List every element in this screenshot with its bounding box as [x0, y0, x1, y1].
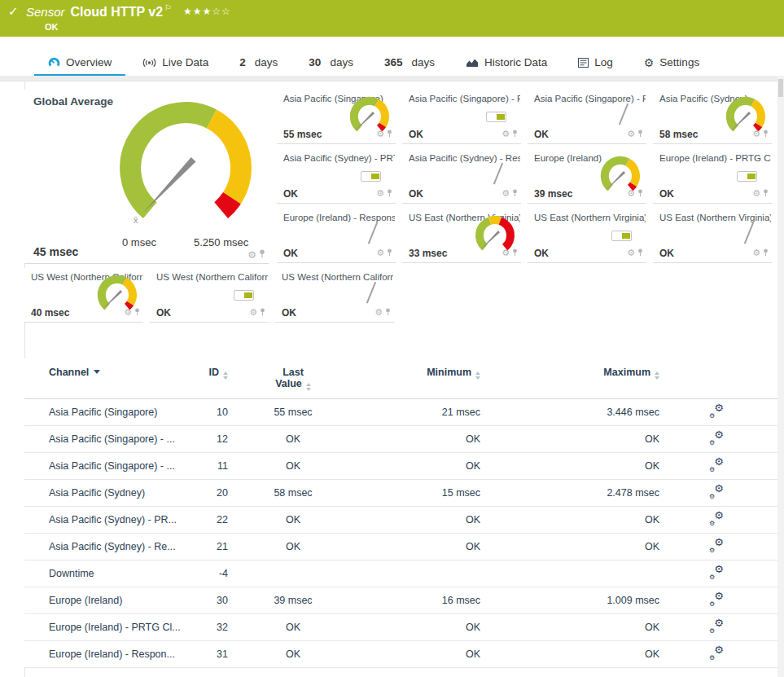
panel-pin-icon[interactable] [512, 245, 518, 260]
tab-number: 30 [309, 56, 321, 68]
panel-gear-icon[interactable]: ⚙ [752, 248, 760, 257]
channel-settings-icon[interactable]: ⚙⚙ [709, 458, 724, 472]
panel-gear-icon[interactable]: ⚙ [752, 189, 760, 198]
channel-minimum: OK [358, 541, 480, 552]
scrollbar-thumb[interactable] [778, 79, 783, 97]
channel-settings-icon[interactable]: ⚙⚙ [709, 619, 724, 633]
panel-pin-icon[interactable] [637, 245, 643, 260]
channel-name[interactable]: Asia Pacific (Sydney) - PR... [49, 514, 195, 525]
channel-settings-icon[interactable]: ⚙⚙ [709, 539, 724, 552]
panel-actions: ⚙ [752, 245, 769, 260]
sort-icon [306, 383, 311, 391]
flag-icon[interactable]: ⚐ [164, 3, 172, 12]
panel-pin-icon[interactable] [260, 305, 265, 319]
sensor-channel-panel[interactable]: Asia Pacific (Singapore) - Res...OK⚙ [528, 90, 646, 144]
column-header-last-value[interactable]: Last Value [228, 367, 358, 391]
tab-365-days[interactable]: 365days [369, 49, 450, 76]
panel-gear-icon[interactable]: ⚙ [501, 189, 510, 198]
sensor-channel-panel[interactable]: US East (Northern Virginia) - ...OK⚙ [528, 209, 646, 263]
panel-pin-icon[interactable] [385, 305, 391, 319]
tab-2-days[interactable]: 2days [224, 49, 293, 76]
channel-name[interactable]: Europe (Ireland) - PRTG Cl... [49, 622, 195, 633]
sensor-channel-panel[interactable]: Europe (Ireland) - Response C...OK⚙ [277, 209, 396, 263]
sensor-channel-panel[interactable]: Europe (Ireland) - PRTG Cloud...OK⚙ [653, 149, 772, 204]
panel-gear-icon[interactable]: ⚙ [627, 130, 635, 138]
channel-settings-icon[interactable]: ⚙⚙ [709, 592, 724, 606]
channel-last-value: OK [228, 541, 358, 552]
channel-name[interactable]: Europe (Ireland) [49, 595, 195, 606]
column-header-channel[interactable]: Channel [49, 367, 195, 378]
channel-settings-icon[interactable]: ⚙⚙ [709, 431, 724, 445]
channel-settings-icon[interactable]: ⚙⚙ [709, 512, 724, 525]
sensor-title: Cloud HTTP v2 [71, 5, 164, 19]
panel-actions: ⚙ [247, 249, 265, 261]
column-header-maximum[interactable]: Maximum [480, 367, 659, 380]
panel-title: Europe (Ireland) - Response C... [283, 213, 395, 222]
tab-separator-band [0, 76, 784, 81]
panel-pin-icon[interactable] [637, 126, 643, 141]
channel-name[interactable]: Asia Pacific (Singapore) - ... [49, 433, 195, 445]
panel-pin-icon[interactable] [512, 186, 518, 200]
priority-stars[interactable]: ★★★☆☆ [183, 6, 231, 17]
panel-gear-icon[interactable]: ⚙ [376, 248, 384, 257]
sensor-channel-panel[interactable]: Europe (Ireland)39 msec⚙ [528, 149, 646, 204]
channel-name[interactable]: Downtime [49, 568, 195, 579]
panel-gear-icon[interactable]: ⚙ [376, 130, 384, 138]
panel-gear-icon[interactable]: ⚙ [627, 189, 635, 198]
panel-pin-icon[interactable] [763, 186, 769, 200]
panel-value: 55 msec [283, 129, 322, 140]
panel-pin-icon[interactable] [387, 245, 392, 260]
global-average-panel[interactable]: Global Average x̄ 0 msec 5.250 msec 45 m… [24, 90, 269, 264]
panel-pin-icon[interactable] [134, 305, 140, 319]
panel-pin-icon[interactable] [259, 249, 265, 261]
panel-pin-icon[interactable] [763, 126, 769, 141]
channel-settings-icon[interactable]: ⚙⚙ [709, 565, 724, 579]
sensor-channel-panel[interactable]: US East (Northern Virginia)33 msec⚙ [402, 209, 521, 263]
tab-overview[interactable]: Overview [33, 49, 127, 76]
column-header-id[interactable]: ID [195, 367, 228, 380]
panel-pin-icon[interactable] [763, 245, 769, 260]
table-row: Asia Pacific (Singapore)1055 msec21 msec… [24, 399, 777, 426]
panel-gear-icon[interactable]: ⚙ [752, 130, 760, 138]
tab-settings[interactable]: ⚙ Settings [629, 49, 715, 76]
panel-gear-icon[interactable]: ⚙ [501, 248, 510, 257]
sensor-channel-panel[interactable]: US West (Northern California)...OK⚙ [150, 268, 269, 323]
sensor-channel-panel[interactable]: Asia Pacific (Sydney) - PRTG ...OK⚙ [277, 149, 396, 204]
sensor-channel-panel[interactable]: Asia Pacific (Singapore) - PR...OK⚙ [402, 90, 521, 144]
tab-historic-data[interactable]: Historic Data [450, 49, 563, 76]
panel-gear-icon[interactable]: ⚙ [376, 189, 384, 198]
channel-name[interactable]: Asia Pacific (Singapore) [49, 407, 195, 418]
panel-gear-icon[interactable]: ⚙ [124, 308, 132, 317]
scrollbar[interactable] [777, 76, 784, 677]
sensor-channel-panel[interactable]: Asia Pacific (Sydney) - Respo...OK⚙ [402, 149, 521, 204]
channel-name[interactable]: Asia Pacific (Sydney) - Re... [49, 541, 195, 552]
tab-log[interactable]: Log [563, 49, 629, 76]
tab-number: 2 [239, 56, 246, 68]
column-header-minimum[interactable]: Minimum [358, 367, 480, 380]
panel-pin-icon[interactable] [387, 126, 392, 141]
channel-name[interactable]: Asia Pacific (Singapore) - ... [49, 460, 195, 472]
channel-settings-icon[interactable]: ⚙⚙ [709, 646, 724, 660]
panel-gear-icon[interactable]: ⚙ [501, 130, 510, 138]
channel-name[interactable]: Europe (Ireland) - Respon... [49, 648, 195, 660]
panel-pin-icon[interactable] [637, 186, 643, 200]
sensor-channel-panel[interactable]: Asia Pacific (Singapore)55 msec⚙ [277, 90, 396, 144]
panel-gear-icon[interactable]: ⚙ [627, 248, 635, 257]
tab-label: days [255, 56, 278, 68]
panel-title: Asia Pacific (Singapore) - Res... [534, 94, 646, 103]
panel-pin-icon[interactable] [387, 186, 392, 200]
tab-live-data[interactable]: Live Data [127, 49, 224, 76]
panel-actions: ⚙ [501, 245, 518, 260]
tab-30-days[interactable]: 30days [293, 49, 369, 76]
panel-gear-icon[interactable]: ⚙ [374, 308, 383, 317]
panel-gear-icon[interactable]: ⚙ [249, 308, 257, 317]
sensor-channel-panel[interactable]: Asia Pacific (Sydney)58 msec⚙ [653, 90, 772, 144]
sensor-channel-panel[interactable]: US East (Northern Virginia) - ...OK⚙ [653, 209, 772, 263]
sensor-channel-panel[interactable]: US West (Northern California)40 msec⚙ [24, 268, 143, 323]
sensor-channel-panel[interactable]: US West (Northern California)...OK⚙ [275, 268, 394, 323]
panel-pin-icon[interactable] [512, 126, 518, 141]
channel-settings-icon[interactable]: ⚙⚙ [709, 485, 724, 499]
channel-name[interactable]: Asia Pacific (Sydney) [49, 487, 195, 499]
channel-settings-icon[interactable]: ⚙⚙ [709, 404, 724, 418]
panel-gear-icon[interactable]: ⚙ [247, 250, 256, 260]
